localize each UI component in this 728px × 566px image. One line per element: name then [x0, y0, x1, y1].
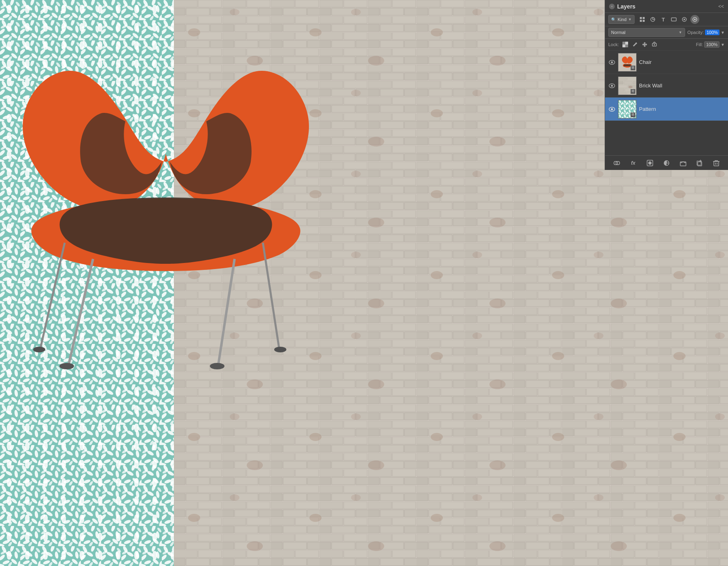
layer-mask-button[interactable]	[645, 158, 655, 168]
layer-visibility-brick[interactable]	[608, 82, 616, 89]
blend-mode-label: Normal	[611, 30, 625, 35]
blend-row: Normal ▼ Opacity: 100% ▼	[605, 26, 728, 39]
fill-value[interactable]: 100%	[704, 41, 720, 48]
svg-point-49	[611, 61, 613, 63]
layer-item-brick[interactable]: ⛓ Brick Wall	[605, 74, 728, 98]
opacity-label: Opacity:	[688, 30, 704, 35]
svg-rect-57	[624, 81, 632, 84]
fill-arrow[interactable]: ▼	[721, 42, 725, 47]
filter-row: 🔍 Kind ▼ T	[605, 13, 728, 26]
svg-point-45	[635, 42, 637, 44]
panel-title: Layers	[617, 3, 635, 10]
opacity-arrow[interactable]: ▼	[721, 30, 725, 35]
svg-rect-31	[640, 17, 642, 19]
svg-point-75	[648, 161, 652, 165]
svg-point-66	[629, 86, 633, 88]
layer-visibility-chair[interactable]	[608, 59, 616, 66]
layer-thumbnail-chair: ⛓	[618, 53, 637, 72]
blend-mode-dropdown[interactable]: Normal ▼	[608, 28, 685, 37]
svg-rect-41	[622, 42, 625, 45]
svg-rect-58	[633, 81, 637, 84]
filter-shape-button[interactable]	[669, 15, 678, 24]
blend-dropdown-arrow: ▼	[679, 30, 682, 34]
lock-artboard-button[interactable]	[650, 40, 658, 49]
kind-dropdown[interactable]: 🔍 Kind ▼	[608, 15, 635, 24]
layers-panel: × Layers << 🔍 Kind ▼ T	[605, 0, 728, 170]
lock-icons-group	[621, 40, 658, 49]
layer-name-chair: Chair	[639, 59, 725, 65]
link-layers-button[interactable]	[612, 158, 622, 168]
svg-point-26	[33, 347, 45, 352]
svg-line-25	[40, 243, 65, 348]
lock-row: Lock: Fi	[605, 39, 728, 51]
opacity-group: Opacity: 100% ▼	[688, 30, 725, 35]
svg-rect-44	[622, 45, 625, 47]
layers-list: ⛓ Chair	[605, 51, 728, 155]
adjustment-layer-button[interactable]	[662, 158, 671, 168]
svg-rect-42	[625, 45, 628, 47]
filter-smart-button[interactable]	[680, 15, 689, 24]
layer-name-pattern: Pattern	[639, 106, 725, 112]
layer-chain-icon-pattern: ⛓	[631, 112, 635, 117]
layer-name-brick: Brick Wall	[639, 83, 725, 89]
svg-rect-33	[640, 20, 642, 22]
svg-rect-80	[714, 161, 719, 166]
layer-group-button[interactable]	[678, 158, 688, 168]
svg-rect-59	[618, 85, 627, 88]
lock-transparency-button[interactable]	[621, 40, 629, 49]
svg-rect-61	[618, 89, 624, 91]
svg-rect-32	[643, 17, 645, 19]
filter-pixel-button[interactable]	[638, 15, 647, 24]
svg-point-24	[59, 363, 74, 369]
new-layer-button[interactable]	[695, 158, 705, 168]
panel-titlebar: × Layers <<	[605, 0, 728, 13]
filter-toggle-button[interactable]	[690, 15, 699, 24]
fill-label: Fill:	[696, 42, 703, 47]
svg-point-47	[654, 44, 655, 45]
svg-point-52	[611, 85, 613, 87]
layer-thumbnail-brick: ⛓	[618, 76, 637, 95]
svg-line-29	[263, 243, 279, 348]
layer-thumbnail-pattern: ⛓	[618, 100, 637, 119]
delete-layer-button[interactable]	[711, 158, 721, 168]
svg-rect-64	[618, 92, 626, 95]
svg-point-38	[684, 19, 685, 20]
layer-chain-icon-chair: ⛓	[631, 66, 635, 70]
svg-point-30	[274, 347, 286, 352]
svg-point-68	[611, 108, 613, 110]
svg-rect-34	[643, 20, 645, 22]
kind-dropdown-arrow: ▼	[628, 17, 632, 21]
svg-line-27	[218, 259, 235, 364]
layer-item-pattern[interactable]: ⛓ Pattern	[605, 98, 728, 121]
fill-group: Fill: 100% ▼	[696, 41, 725, 48]
kind-label: Kind	[618, 17, 626, 22]
lock-position-button[interactable]	[641, 40, 649, 49]
lock-image-button[interactable]	[631, 40, 639, 49]
panel-title-group: × Layers	[609, 3, 635, 10]
filter-adjustment-button[interactable]	[648, 15, 657, 24]
panel-expand-button[interactable]: <<	[718, 4, 724, 9]
chair-svg	[0, 32, 332, 429]
svg-point-28	[210, 363, 224, 369]
filter-icons-group: T	[638, 15, 689, 24]
svg-rect-36	[671, 18, 676, 21]
layers-toolbar: fx	[605, 155, 728, 170]
lock-label: Lock:	[608, 42, 619, 47]
layer-chain-icon-brick: ⛓	[631, 89, 635, 94]
svg-line-23	[69, 259, 93, 364]
layer-style-button[interactable]: fx	[629, 158, 638, 168]
svg-rect-54	[618, 78, 626, 81]
svg-point-40	[694, 19, 696, 20]
chair-illustration	[0, 32, 332, 429]
filter-text-button[interactable]: T	[659, 15, 668, 24]
panel-close-button[interactable]: ×	[609, 4, 615, 9]
svg-rect-55	[627, 78, 637, 81]
layer-item-chair[interactable]: ⛓ Chair	[605, 51, 728, 74]
svg-rect-43	[625, 42, 628, 45]
svg-rect-56	[618, 81, 623, 84]
search-icon: 🔍	[611, 17, 616, 22]
opacity-value[interactable]: 100%	[705, 30, 720, 35]
layer-visibility-pattern[interactable]	[608, 106, 616, 113]
